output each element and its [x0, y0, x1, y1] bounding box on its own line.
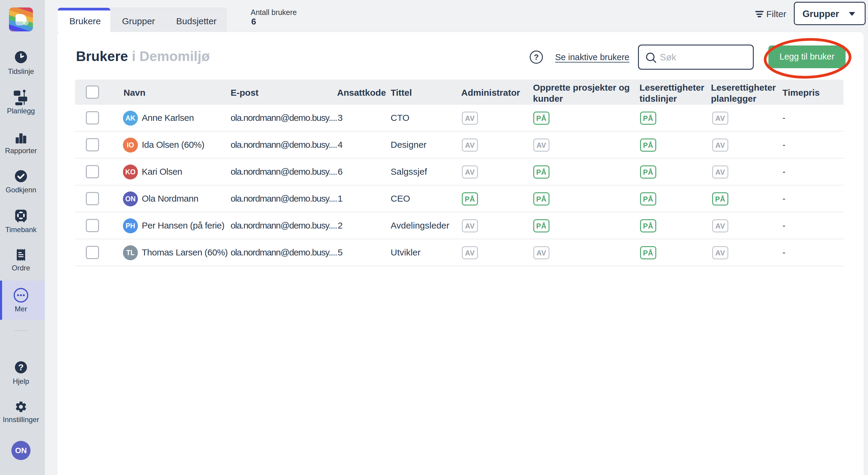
svg-text:?: ?: [18, 362, 24, 372]
